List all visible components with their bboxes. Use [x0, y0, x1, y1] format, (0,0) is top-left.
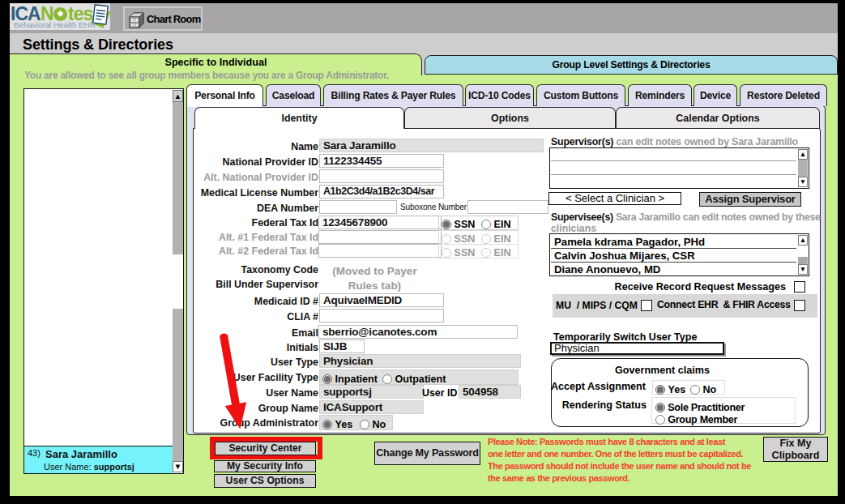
svg-text:Behavioral Health EHR: Behavioral Health EHR	[14, 20, 96, 29]
